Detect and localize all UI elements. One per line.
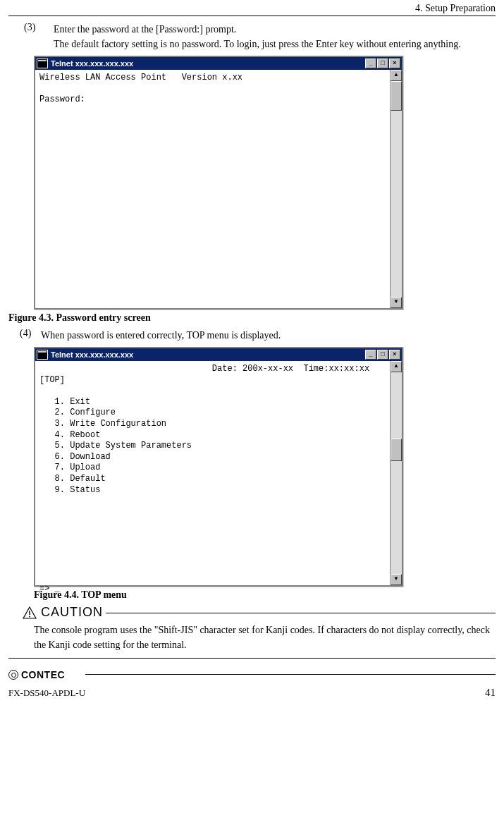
scroll-up-button[interactable]: ▲	[391, 70, 402, 81]
maximize-button[interactable]: □	[377, 59, 388, 68]
caution-text: The console program uses the "Shift-JIS"…	[34, 623, 496, 652]
step-4-text: When password is entered correctly, TOP …	[41, 328, 496, 343]
scrollbar[interactable]: ▲ ▼	[390, 70, 402, 308]
step-4-num: (4)	[20, 328, 41, 343]
page-header-section: 4. Setup Preparation	[8, 0, 496, 16]
step-3-line2: The default factory setting is no passwo…	[54, 39, 461, 49]
scrollbar[interactable]: ▲ ▼	[390, 361, 402, 585]
scroll-thumb[interactable]	[391, 81, 402, 111]
terminal-icon	[37, 59, 48, 68]
step-3-num: (3)	[24, 22, 54, 51]
caution-rule	[106, 613, 496, 613]
caution-bottom-rule	[8, 658, 496, 659]
caution-heading: CAUTION	[23, 605, 496, 620]
telnet-content-top-menu: Date: 200x-xx-xx Time:xx:xx:xx [TOP] 1. …	[35, 361, 390, 585]
telnet-window-top-menu: Telnet xxx.xxx.xxx.xxx _ □ × Date: 200x-…	[34, 347, 403, 587]
svg-point-2	[29, 616, 30, 617]
step-3-line1: Enter the password at the [Password:] pr…	[54, 24, 236, 35]
terminal-icon	[37, 350, 48, 360]
title-bar-text: Telnet xxx.xxx.xxx.xxx	[51, 59, 133, 68]
telnet-content-password: Wireless LAN Access Point Version x.xx P…	[35, 70, 390, 308]
figure-4-3-caption: Figure 4.3. Password entry screen	[8, 312, 496, 324]
caution-label: CAUTION	[41, 605, 103, 620]
step-3: (3) Enter the password at the [Password:…	[24, 22, 496, 51]
title-bar: Telnet xxx.xxx.xxx.xxx _ □ ×	[35, 57, 402, 70]
maximize-button[interactable]: □	[377, 350, 388, 360]
minimize-button[interactable]: _	[365, 350, 376, 360]
telnet-window-password: Telnet xxx.xxx.xxx.xxx _ □ × Wireless LA…	[34, 56, 403, 310]
page-footer: CONTEC FX-DS540-APDL-U 41	[8, 674, 496, 699]
caution-icon	[23, 606, 37, 619]
title-bar: Telnet xxx.xxx.xxx.xxx _ □ ×	[35, 348, 402, 361]
step-3-text: Enter the password at the [Password:] pr…	[54, 22, 496, 51]
minimize-button[interactable]: _	[365, 59, 376, 68]
scroll-down-button[interactable]: ▼	[391, 297, 402, 308]
step-4: (4) When password is entered correctly, …	[20, 328, 496, 343]
brand-name: CONTEC	[21, 669, 65, 680]
scroll-up-button[interactable]: ▲	[391, 361, 402, 372]
scroll-thumb[interactable]	[391, 439, 402, 461]
scroll-down-button[interactable]: ▼	[391, 574, 402, 585]
contec-logo-icon	[8, 670, 18, 680]
title-bar-text: Telnet xxx.xxx.xxx.xxx	[51, 350, 133, 359]
figure-4-4-caption: Figure 4.4. TOP menu	[34, 589, 496, 601]
page-number: 41	[485, 687, 496, 699]
close-button[interactable]: ×	[389, 59, 400, 68]
model-number: FX-DS540-APDL-U	[8, 687, 85, 699]
close-button[interactable]: ×	[389, 350, 400, 360]
